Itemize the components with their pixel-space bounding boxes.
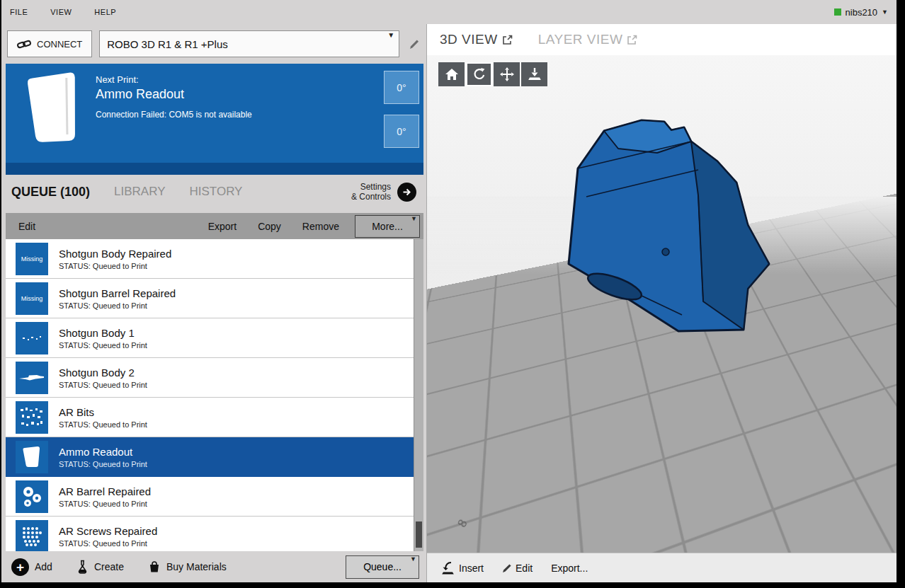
menu-help[interactable]: HELP (94, 8, 116, 16)
item-name: Ammo Readout (59, 446, 147, 458)
home-icon (445, 68, 459, 81)
printer-select-value: ROBO 3D R1 & R1 +Plus (107, 38, 227, 50)
item-status: STATUS: Queued to Print (59, 460, 147, 468)
item-name: Shotgun Body 1 (59, 327, 147, 339)
rotate-view-button[interactable] (466, 62, 492, 86)
item-status: STATUS: Queued to Print (59, 301, 176, 310)
item-thumbnail-barrel-icon (16, 480, 48, 513)
create-button[interactable]: Create (76, 560, 124, 574)
home-view-button[interactable] (438, 62, 465, 86)
rotate-icon (472, 67, 486, 81)
settings-controls-button[interactable] (397, 183, 416, 202)
app-window: FILE VIEW HELP nibs210 ▼ CONNECT ROBO 3D… (1, 0, 897, 582)
queue-item[interactable]: AR Screws Repaired STATUS: Queued to Pri… (6, 517, 423, 551)
external-link-icon (502, 35, 513, 45)
edit-model-button[interactable]: Edit (502, 563, 533, 574)
item-status: STATUS: Queued to Print (59, 381, 147, 389)
tab-library[interactable]: LIBRARY (114, 185, 165, 199)
dropdown-caret-icon: ▼ (882, 8, 888, 16)
item-thumbnail-bits-icon (16, 401, 48, 434)
extruder-temperature[interactable]: 0° (384, 71, 419, 104)
pencil-icon (502, 563, 512, 573)
3d-viewport[interactable]: 8 (427, 55, 897, 553)
queue-item[interactable]: Shotgun Body 2 STATUS: Queued to Print (6, 358, 423, 398)
plus-icon: + (11, 558, 29, 576)
online-status-icon (834, 8, 841, 16)
queue-scrollbar[interactable] (414, 239, 423, 551)
queue-item[interactable]: Missing Shotgun Barrel Repaired STATUS: … (6, 279, 423, 318)
printer-connect-row: CONNECT ROBO 3D R1 & R1 +Plus ▼ (6, 24, 423, 64)
item-status: STATUS: Queued to Print (59, 500, 151, 508)
view-footer-bar: Insert Edit Export... (427, 553, 897, 582)
panel-tabs: QUEUE (100) LIBRARY HISTORY Settings & C… (6, 175, 423, 209)
queue-item-selected[interactable]: Ammo Readout STATUS: Queued to Print (6, 437, 423, 477)
print-queue-list: Missing Shotgun Body Repaired STATUS: Qu… (6, 239, 423, 551)
drop-to-bed-icon (528, 67, 542, 81)
shopping-bag-icon (148, 560, 161, 573)
tab-history[interactable]: HISTORY (190, 185, 243, 199)
item-thumbnail-parts-icon (16, 322, 48, 354)
external-link-icon (627, 35, 637, 45)
export-model-button[interactable]: Export... (551, 563, 588, 574)
dropdown-caret-icon: ▼ (387, 31, 394, 39)
add-button[interactable]: + Add (11, 558, 52, 576)
move-view-button[interactable] (494, 62, 520, 86)
connection-error-text: Connection Failed: COM5 is not available (96, 110, 252, 120)
copy-button[interactable]: Copy (258, 221, 281, 232)
connect-button[interactable]: CONNECT (7, 30, 92, 57)
item-status: STATUS: Queued to Print (59, 420, 147, 429)
item-thumbnail-missing: Missing (16, 282, 48, 315)
queue-edit-bar: Edit Export Copy Remove More... ▼ (6, 213, 423, 239)
menu-bar: FILE VIEW HELP nibs210 ▼ (1, 0, 897, 24)
view-panel: 3D VIEW LAYER VIEW 8 (426, 24, 897, 582)
menu-file[interactable]: FILE (10, 8, 28, 16)
queue-item[interactable]: Shotgun Body 1 STATUS: Queued to Print (6, 318, 423, 358)
print-progress-strip (6, 163, 423, 175)
next-print-info: Next Print: Ammo Readout Connection Fail… (96, 74, 252, 120)
tab-queue[interactable]: QUEUE (100) (11, 185, 90, 200)
next-print-banner: Next Print: Ammo Readout Connection Fail… (6, 64, 423, 163)
export-button[interactable]: Export (208, 221, 237, 232)
item-thumbnail-shotgun-icon (16, 362, 48, 394)
pencil-icon (409, 39, 419, 50)
item-status: STATUS: Queued to Print (59, 341, 147, 350)
settings-controls-label: Settings & Controls (351, 182, 391, 202)
next-print-label: Next Print: (96, 74, 252, 85)
menu-view[interactable]: VIEW (50, 8, 72, 16)
tab-3d-view[interactable]: 3D VIEW (440, 32, 513, 47)
item-thumbnail-ammo-icon (16, 441, 48, 473)
item-name: AR Bits (59, 406, 147, 418)
insert-icon (441, 561, 455, 575)
edit-printer-button[interactable] (406, 39, 422, 50)
queue-item[interactable]: Missing Shotgun Body Repaired STATUS: Qu… (6, 239, 423, 279)
link-icon (17, 40, 31, 49)
queue-footer-bar: + Add Create Buy Materials Queue... ▼ (6, 551, 423, 582)
item-name: Shotgun Barrel Repaired (59, 287, 176, 299)
dropdown-caret-icon: ▼ (411, 215, 417, 222)
item-name: Shotgun Body Repaired (59, 248, 171, 260)
next-print-name: Ammo Readout (96, 87, 252, 102)
queue-menu-button[interactable]: Queue... ▼ (346, 555, 419, 579)
printer-select[interactable]: ROBO 3D R1 & R1 +Plus ▼ (99, 30, 399, 57)
move-icon (500, 67, 514, 81)
tab-layer-view[interactable]: LAYER VIEW (538, 32, 638, 47)
remove-button[interactable]: Remove (302, 221, 339, 232)
view-tabs: 3D VIEW LAYER VIEW (427, 24, 897, 55)
queue-item[interactable]: AR Barrel Repaired STATUS: Queued to Pri… (6, 477, 423, 517)
viewport-toolbar (438, 62, 547, 86)
bed-temperature[interactable]: 0° (384, 115, 419, 148)
arrow-right-icon (402, 188, 411, 197)
item-thumbnail-missing: Missing (16, 243, 48, 275)
queue-scrollbar-thumb[interactable] (416, 521, 422, 548)
buy-materials-button[interactable]: Buy Materials (148, 560, 227, 573)
queue-item[interactable]: AR Bits STATUS: Queued to Print (6, 398, 423, 437)
item-name: AR Screws Repaired (59, 525, 157, 537)
item-status: STATUS: Queued to Print (59, 539, 157, 548)
more-button[interactable]: More... ▼ (355, 215, 420, 238)
item-thumbnail-screws-icon (16, 520, 48, 552)
insert-button[interactable]: Insert (441, 561, 484, 575)
edit-button[interactable]: Edit (18, 221, 35, 232)
drop-to-bed-button[interactable] (521, 62, 547, 86)
user-account-menu[interactable]: nibs210 ▼ (834, 7, 888, 18)
3d-model (558, 112, 792, 345)
